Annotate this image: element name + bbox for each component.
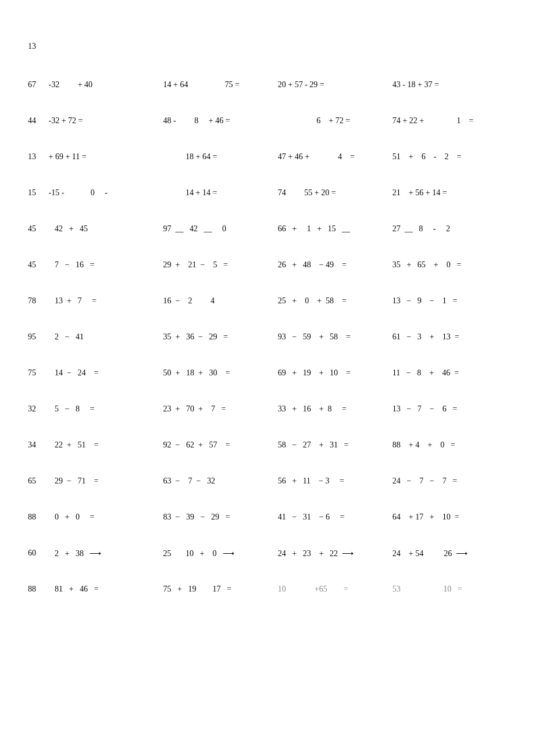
expression-cell: 24 − 7 − 7 = xyxy=(393,476,507,486)
worksheet-row: 78 13 + 7 =16 − 2 425 + 0 + 58 =13 − 9 −… xyxy=(28,295,507,307)
expression-cell: 18 + 64 = xyxy=(163,152,278,162)
expression-cell: 88 + 4 + 0 = xyxy=(393,440,507,450)
expression-cell: 20 + 57 - 29 = xyxy=(278,80,393,89)
expression-cell: 53 10 = xyxy=(393,585,507,594)
worksheet-row: 60 2 + 38 ⟶25 10 + 0 ⟶24 + 23 + 22 ⟶24 +… xyxy=(28,547,507,559)
expression-cell: 14 + 14 = xyxy=(163,188,278,198)
expression-cell: 35 + 36 − 29 = xyxy=(163,332,278,342)
expression-cell: 16 − 2 4 xyxy=(163,296,278,306)
worksheet-row: 15-15 - 0 - 14 + 14 =74 55 + 20 =21 + 56… xyxy=(28,187,507,199)
expression-cell: 13 − 7 − 6 = xyxy=(393,404,507,414)
worksheet-grid: 67-32 + 4014 + 64 75 =20 + 57 - 29 =43 -… xyxy=(28,79,507,595)
worksheet-row: 67-32 + 4014 + 64 75 =20 + 57 - 29 =43 -… xyxy=(28,79,507,91)
expression-cell: 74 + 22 + 1 = xyxy=(393,116,507,126)
row-leading-number: 67 xyxy=(28,80,48,89)
expression-cell: 61 − 3 + 13 = xyxy=(393,332,507,342)
expression-cell: 29 + 21 − 5 = xyxy=(163,260,278,270)
expression-cell: 10 +65 = xyxy=(278,585,393,594)
worksheet-row: 45 7 − 16 =29 + 21 − 5 =26 + 48 − 49 =35… xyxy=(28,259,507,271)
worksheet-row: 44-32 + 72 =48 - 8 + 46 = 6 + 72 =74 + 2… xyxy=(28,115,507,127)
expression-cell: 25 10 + 0 ⟶ xyxy=(163,549,278,558)
expression-cell: 27 __ 8 - 2 xyxy=(393,224,507,234)
row-leading-number: 32 xyxy=(28,404,48,414)
row-leading-number: 60 xyxy=(28,549,48,558)
expression-cell: 25 + 0 + 58 = xyxy=(278,296,393,306)
expression-cell: 74 55 + 20 = xyxy=(278,188,393,198)
expression-cell: -32 + 40 xyxy=(48,80,163,89)
expression-cell: 35 + 65 + 0 = xyxy=(393,260,507,270)
expression-cell: 93 − 59 + 58 = xyxy=(278,332,393,342)
worksheet-row: 34 22 + 51 =92 − 62 + 57 =58 − 27 + 31 =… xyxy=(28,439,507,451)
expression-cell: 97 __ 42 __ 0 xyxy=(163,224,278,234)
expression-cell: 69 + 19 + 10 = xyxy=(278,368,393,378)
expression-cell: 42 + 45 xyxy=(48,224,163,234)
worksheet-row: 95 2 − 4135 + 36 − 29 =93 − 59 + 58 =61 … xyxy=(28,331,507,343)
expression-cell: 92 − 62 + 57 = xyxy=(163,440,278,450)
row-leading-number: 65 xyxy=(28,476,48,486)
expression-cell: 81 + 46 = xyxy=(48,585,163,594)
row-leading-number: 15 xyxy=(28,188,48,198)
expression-cell: -15 - 0 - xyxy=(48,188,163,198)
expression-cell: 26 + 48 − 49 = xyxy=(278,260,393,270)
expression-cell: 7 − 16 = xyxy=(48,260,163,270)
expression-cell: 11 − 8 + 46 = xyxy=(393,368,507,378)
expression-cell: 13 − 9 − 1 = xyxy=(393,296,507,306)
expression-cell: 56 + 11 − 3 = xyxy=(278,476,393,486)
row-leading-number: 88 xyxy=(28,585,48,594)
expression-cell: 5 − 8 = xyxy=(48,404,163,414)
row-leading-number: 45 xyxy=(28,260,48,270)
expression-cell: 2 + 38 ⟶ xyxy=(48,549,163,558)
expression-cell: 47 + 46 + 4 = xyxy=(278,152,393,162)
expression-cell: 75 + 19 17 = xyxy=(163,585,278,594)
worksheet-row: 88 0 + 0 =83 − 39 − 29 =41 − 31 − 6 =64 … xyxy=(28,511,507,523)
expression-cell: 14 − 24 = xyxy=(48,368,163,378)
row-leading-number: 45 xyxy=(28,224,48,234)
worksheet-row: 88 81 + 46 =75 + 19 17 =10 +65 =53 10 = xyxy=(28,583,507,595)
expression-cell: 24 + 54 26 ⟶ xyxy=(393,549,507,558)
row-leading-number: 88 xyxy=(28,513,48,522)
row-leading-number: 34 xyxy=(28,440,48,450)
worksheet-row: 45 42 + 4597 __ 42 __ 066 + 1 + 15 __27 … xyxy=(28,223,507,235)
expression-cell: 41 − 31 − 6 = xyxy=(278,513,393,522)
expression-cell: 33 + 16 + 8 = xyxy=(278,404,393,414)
expression-cell: 22 + 51 = xyxy=(48,440,163,450)
expression-cell: + 69 + 11 = xyxy=(48,152,163,162)
expression-cell: 21 + 56 + 14 = xyxy=(393,188,507,198)
expression-cell: 51 + 6 - 2 = xyxy=(393,152,507,162)
expression-cell: 58 − 27 + 31 = xyxy=(278,440,393,450)
row-leading-number: 44 xyxy=(28,116,48,126)
expression-cell: 64 + 17 + 10 = xyxy=(393,513,507,522)
row-leading-number: 78 xyxy=(28,296,48,306)
expression-cell: 29 − 71 = xyxy=(48,476,163,486)
row-leading-number: 13 xyxy=(28,152,48,162)
page-number: 13 xyxy=(28,42,507,51)
expression-cell: 2 − 41 xyxy=(48,332,163,342)
expression-cell: -32 + 72 = xyxy=(48,116,163,126)
expression-cell: 6 + 72 = xyxy=(278,116,393,126)
expression-cell: 24 + 23 + 22 ⟶ xyxy=(278,549,393,558)
expression-cell: 0 + 0 = xyxy=(48,513,163,522)
worksheet-row: 13+ 69 + 11 = 18 + 64 =47 + 46 + 4 =51 +… xyxy=(28,151,507,163)
expression-cell: 13 + 7 = xyxy=(48,296,163,306)
worksheet-row: 75 14 − 24 =50 + 18 + 30 =69 + 19 + 10 =… xyxy=(28,367,507,379)
worksheet-row: 65 29 − 71 =63 − 7 − 3256 + 11 − 3 =24 −… xyxy=(28,475,507,487)
expression-cell: 23 + 70 + 7 = xyxy=(163,404,278,414)
worksheet-row: 32 5 − 8 =23 + 70 + 7 =33 + 16 + 8 =13 −… xyxy=(28,403,507,415)
expression-cell: 48 - 8 + 46 = xyxy=(163,116,278,126)
expression-cell: 50 + 18 + 30 = xyxy=(163,368,278,378)
expression-cell: 83 − 39 − 29 = xyxy=(163,513,278,522)
expression-cell: 63 − 7 − 32 xyxy=(163,476,278,486)
expression-cell: 14 + 64 75 = xyxy=(163,80,278,89)
expression-cell: 43 - 18 + 37 = xyxy=(393,80,507,89)
row-leading-number: 75 xyxy=(28,368,48,378)
row-leading-number: 95 xyxy=(28,332,48,342)
expression-cell: 66 + 1 + 15 __ xyxy=(278,224,393,234)
